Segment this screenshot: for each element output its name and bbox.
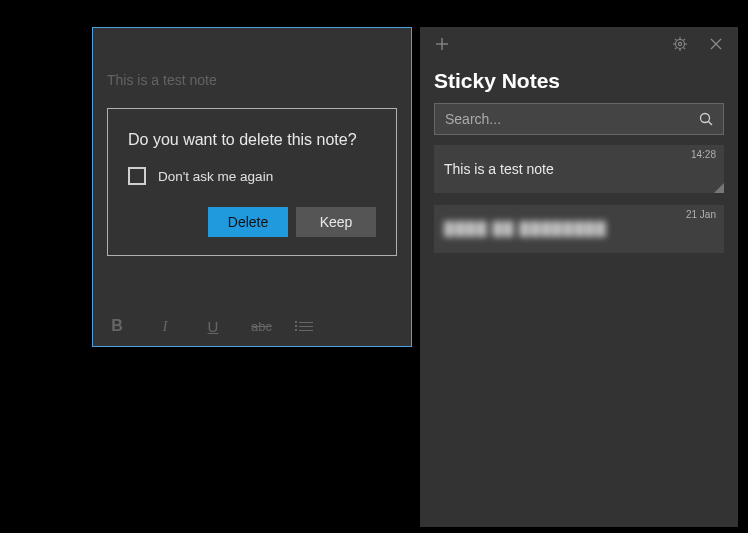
svg-point-2 xyxy=(676,40,685,49)
svg-point-14 xyxy=(701,114,710,123)
underline-button[interactable]: U xyxy=(203,318,223,335)
delete-confirm-dialog: Do you want to delete this note? Don't a… xyxy=(107,108,397,256)
svg-point-3 xyxy=(678,42,681,45)
keep-button[interactable]: Keep xyxy=(296,207,376,237)
note-list-item[interactable]: 21 Jan ████ ██ ████████ xyxy=(434,205,724,253)
svg-line-9 xyxy=(684,48,685,49)
notes-list: 14:28 This is a test note 21 Jan ████ ██… xyxy=(420,145,738,265)
svg-line-8 xyxy=(675,39,676,40)
search-box xyxy=(434,103,724,135)
close-panel-button[interactable] xyxy=(698,27,734,61)
new-note-button[interactable] xyxy=(424,27,460,61)
italic-button[interactable]: I xyxy=(155,318,175,335)
search-input[interactable] xyxy=(435,111,689,127)
svg-line-11 xyxy=(684,39,685,40)
note-timestamp: 14:28 xyxy=(691,149,716,160)
note-timestamp: 21 Jan xyxy=(686,209,716,220)
gear-icon xyxy=(672,36,688,52)
dialog-message: Do you want to delete this note? xyxy=(128,131,376,149)
note-body[interactable]: This is a test note Do you want to delet… xyxy=(93,28,411,306)
format-toolbar: B I U abc xyxy=(93,306,411,346)
notes-list-panel: Sticky Notes 14:28 This is a test note 2… xyxy=(420,27,738,527)
note-preview: ████ ██ ████████ xyxy=(444,221,714,237)
list-header xyxy=(420,27,738,61)
dialog-button-row: Delete Keep xyxy=(128,207,376,237)
close-icon xyxy=(709,37,723,51)
note-content-text: This is a test note xyxy=(107,72,397,88)
note-editor-window: This is a test note Do you want to delet… xyxy=(92,27,412,347)
bullet-list-button[interactable] xyxy=(299,322,319,331)
note-list-item[interactable]: 14:28 This is a test note xyxy=(434,145,724,193)
dialog-checkbox-row: Don't ask me again xyxy=(128,167,376,185)
search-icon xyxy=(698,111,714,127)
bold-button[interactable]: B xyxy=(107,317,127,335)
dont-ask-checkbox[interactable] xyxy=(128,167,146,185)
note-preview: This is a test note xyxy=(444,161,714,177)
delete-button[interactable]: Delete xyxy=(208,207,288,237)
plus-icon xyxy=(434,36,450,52)
dont-ask-label: Don't ask me again xyxy=(158,169,273,184)
svg-line-15 xyxy=(708,121,712,125)
folded-corner-icon xyxy=(714,183,724,193)
strikethrough-button[interactable]: abc xyxy=(251,319,271,334)
panel-title: Sticky Notes xyxy=(420,61,738,103)
svg-line-10 xyxy=(675,48,676,49)
settings-button[interactable] xyxy=(662,27,698,61)
search-button[interactable] xyxy=(689,104,723,134)
